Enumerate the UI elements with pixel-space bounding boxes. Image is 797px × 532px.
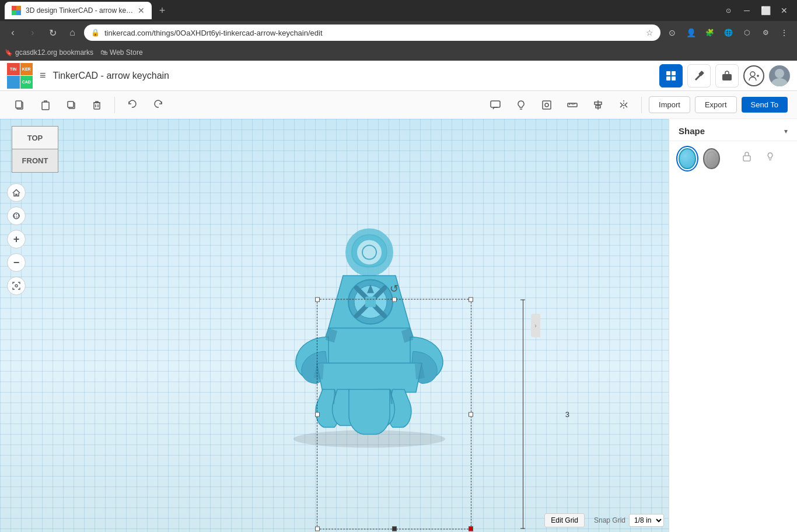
security-lock-icon: 🔒 — [91, 29, 100, 37]
export-button[interactable]: Export — [695, 96, 737, 113]
view-cube-front[interactable]: FRONT — [12, 149, 58, 173]
snap-grid-control: Snap Grid 1/8 in 1/4 in 1 mm — [594, 514, 664, 527]
svg-rect-49 — [743, 156, 750, 161]
logo-ker: KER — [20, 63, 33, 76]
svg-rect-4 — [666, 71, 670, 75]
profile-icon[interactable]: 👤 — [683, 24, 699, 41]
send-to-button[interactable]: Send To — [742, 97, 788, 113]
home-button[interactable]: ⌂ — [64, 24, 81, 41]
extension-4-icon[interactable]: ⚙ — [757, 24, 774, 41]
svg-rect-47 — [365, 297, 376, 307]
lock-shape-button[interactable] — [739, 148, 755, 164]
copy-button[interactable] — [9, 94, 30, 116]
bookmark-gcasdk-label: gcasdk12.org bookmarks — [15, 48, 93, 57]
bottom-status: Edit Grid Snap Grid 1/8 in 1/4 in 1 mm — [544, 513, 664, 527]
svg-point-36 — [13, 213, 19, 219]
briefcase-icon — [721, 70, 733, 82]
duplicate-icon — [65, 99, 77, 111]
chat-icon — [490, 99, 501, 111]
snap-value-select[interactable]: 1/8 in 1/4 in 1 mm — [629, 514, 664, 527]
light-shape-button[interactable] — [762, 148, 778, 164]
orbit-icon — [12, 211, 21, 220]
build-button[interactable] — [687, 64, 711, 88]
hints-button[interactable] — [511, 94, 532, 116]
3d-object-container[interactable]: ↺ 3 1.354 — [282, 223, 457, 451]
new-tab-button[interactable]: + — [154, 2, 170, 19]
panel-collapse-button[interactable]: ▾ — [784, 127, 788, 135]
chat-button[interactable] — [485, 94, 506, 116]
refresh-button[interactable]: ↻ — [44, 24, 61, 41]
ruler-icon — [567, 99, 578, 111]
orbit-button[interactable] — [7, 206, 26, 225]
view-cube-top[interactable]: TOP — [12, 126, 58, 149]
shape-button[interactable] — [536, 94, 557, 116]
mirror-button[interactable] — [613, 94, 634, 116]
svg-rect-23 — [491, 101, 500, 107]
svg-point-13 — [775, 69, 784, 78]
import-button[interactable]: Import — [649, 96, 690, 113]
zoom-out-button[interactable]: − — [7, 253, 26, 272]
download-status-icon[interactable]: ⊙ — [720, 2, 736, 19]
toolbar-separator-1 — [114, 97, 115, 113]
svg-rect-5 — [672, 71, 676, 75]
fit-view-button[interactable] — [7, 276, 26, 295]
main-content: TOP FRONT — [0, 119, 797, 532]
svg-rect-17 — [42, 102, 49, 110]
toolbar-separator-2 — [641, 97, 642, 113]
minimize-button[interactable]: ─ — [739, 2, 755, 19]
back-button[interactable]: ‹ — [5, 24, 21, 41]
view-3d-button[interactable] — [659, 64, 683, 88]
bookmark-webstore-icon: 🛍 — [100, 48, 107, 57]
svg-rect-16 — [16, 101, 22, 108]
viewport[interactable]: TOP FRONT — [0, 119, 669, 532]
delete-button[interactable] — [86, 94, 107, 116]
undo-button[interactable] — [122, 94, 143, 116]
edit-grid-button[interactable]: Edit Grid — [544, 513, 585, 527]
forward-button[interactable]: › — [25, 24, 41, 41]
shape-icon — [541, 99, 553, 111]
extension-3-icon[interactable]: ⬡ — [739, 24, 755, 41]
bookmarks-bar: 🔖 gcasdk12.org bookmarks 🛍 Web Store — [0, 44, 797, 61]
address-bar[interactable]: 🔒 tinkercad.com/things/0OaXHDrt6yi-tinke… — [84, 24, 660, 41]
svg-rect-9 — [722, 74, 732, 80]
paste-button[interactable] — [35, 94, 56, 116]
gallery-button[interactable] — [715, 64, 739, 88]
extension-1-icon[interactable]: 🧩 — [701, 24, 718, 41]
solid-shape-button[interactable] — [679, 148, 696, 169]
logo-tin: TIN — [7, 63, 20, 76]
bookmark-gcasdk-icon: 🔖 — [5, 49, 13, 57]
svg-rect-1 — [16, 6, 21, 10]
close-window-button[interactable]: ✕ — [776, 2, 792, 19]
right-panel-toggle[interactable]: › — [531, 314, 540, 337]
bookmark-gcasdk[interactable]: 🔖 gcasdk12.org bookmarks — [5, 48, 93, 57]
url-text: tinkercad.com/things/0OaXHDrt6yi-tinkerc… — [104, 29, 641, 37]
hamburger-menu-button[interactable]: ≡ — [40, 69, 46, 82]
profile-avatar[interactable] — [769, 65, 790, 86]
add-user-icon — [748, 70, 760, 82]
tab-bar: 3D design TinkerCAD - arrow ke… ✕ + ⊙ ─ … — [0, 0, 797, 21]
svg-point-38 — [15, 285, 18, 287]
add-user-button[interactable] — [743, 65, 764, 86]
tab-favicon — [12, 6, 21, 15]
duplicate-button[interactable] — [61, 94, 82, 116]
menu-button[interactable]: ⋮ — [776, 24, 792, 41]
extension-2-icon[interactable]: 🌐 — [720, 24, 736, 41]
hole-shape-button[interactable] — [703, 148, 721, 169]
bookmark-webstore[interactable]: 🛍 Web Store — [100, 48, 142, 57]
redo-button[interactable] — [148, 94, 169, 116]
fit-view-icon — [12, 281, 21, 290]
svg-rect-3 — [16, 10, 21, 15]
extensions-icon[interactable]: ⊙ — [664, 24, 680, 41]
zoom-in-button[interactable]: + — [7, 230, 26, 249]
svg-rect-25 — [543, 101, 551, 109]
tab-close-button[interactable]: ✕ — [138, 6, 145, 15]
copy-icon — [14, 99, 26, 111]
align-button[interactable] — [588, 94, 609, 116]
toolbar: Import Export Send To — [0, 91, 797, 119]
trash-icon — [91, 99, 103, 111]
maximize-button[interactable]: ⬜ — [757, 2, 774, 19]
active-tab[interactable]: 3D design TinkerCAD - arrow ke… ✕ — [5, 2, 152, 19]
ruler-button[interactable] — [562, 94, 583, 116]
home-view-button[interactable] — [7, 183, 26, 202]
bookmark-star-icon[interactable]: ☆ — [646, 28, 653, 37]
